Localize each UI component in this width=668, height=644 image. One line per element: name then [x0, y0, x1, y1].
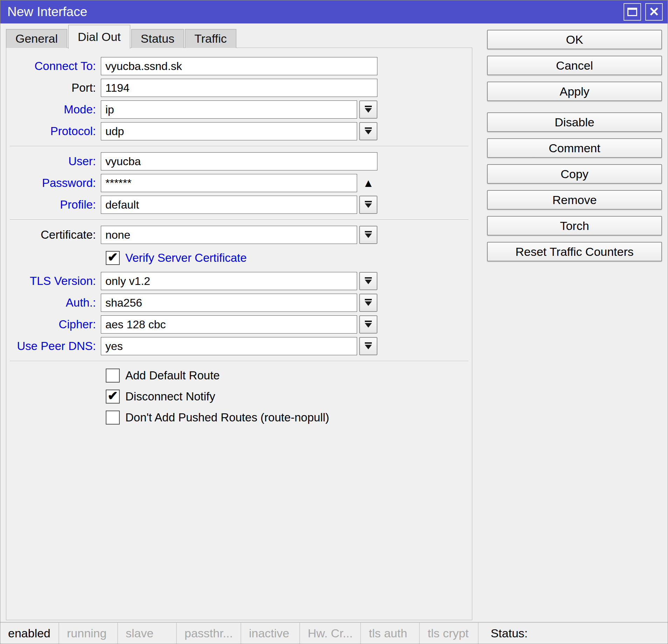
status-bar: enabled running slave passthr... inactiv… — [0, 622, 668, 644]
separator — [10, 219, 468, 220]
port-input[interactable] — [101, 79, 377, 97]
close-button[interactable]: ✕ — [645, 3, 663, 21]
checkmark-icon: ✔ — [107, 251, 118, 264]
separator — [10, 146, 468, 147]
dropdown-icon — [364, 298, 373, 308]
up-arrow-icon: ▲ — [363, 177, 374, 189]
dont-add-pushed-routes-checkbox[interactable]: ✔ — [106, 411, 120, 425]
titlebar[interactable]: New Interface ✕ — [0, 0, 668, 23]
use-peer-dns-dropdown-button[interactable] — [359, 337, 377, 355]
flag-enabled: enabled — [0, 623, 59, 644]
tab-dial-out[interactable]: Dial Out — [68, 25, 130, 49]
disconnect-notify-label: Disconnect Notify — [125, 390, 215, 403]
connect-to-row: Connect To: — [11, 57, 472, 75]
dropdown-icon — [364, 230, 373, 240]
dropdown-icon — [364, 200, 373, 210]
certificate-label: Certificate: — [11, 228, 101, 241]
verify-server-certificate-checkbox[interactable]: ✔ — [106, 251, 120, 265]
profile-input[interactable] — [101, 196, 357, 214]
flag-tls-crypt: tls crypt — [420, 623, 479, 644]
disconnect-notify-row: ✔ Disconnect Notify — [106, 390, 472, 404]
tab-general[interactable]: General — [6, 29, 67, 48]
password-collapse-button[interactable]: ▲ — [359, 174, 377, 192]
profile-label: Profile: — [11, 198, 101, 211]
auth-input[interactable] — [101, 294, 357, 312]
remove-button[interactable]: Remove — [487, 190, 662, 210]
user-row: User: — [11, 152, 472, 170]
mode-dropdown-button[interactable] — [359, 100, 377, 119]
new-interface-window: New Interface ✕ General Dial Out Status … — [0, 0, 668, 644]
verify-server-certificate-label: Verify Server Certificate — [125, 251, 247, 265]
reset-traffic-counters-button[interactable]: Reset Traffic Counters — [487, 242, 662, 261]
maximize-icon — [627, 8, 637, 16]
mode-label: Mode: — [11, 103, 101, 116]
cipher-row: Cipher: — [11, 315, 472, 334]
connect-to-label: Connect To: — [11, 59, 101, 73]
window-title: New Interface — [7, 5, 619, 19]
tls-version-row: TLS Version: — [11, 272, 472, 290]
apply-button[interactable]: Apply — [487, 82, 662, 101]
use-peer-dns-input[interactable] — [101, 337, 357, 355]
separator — [10, 361, 468, 362]
profile-dropdown-button[interactable] — [359, 196, 377, 214]
flag-tls-auth: tls auth — [361, 623, 420, 644]
dropdown-icon — [364, 320, 373, 330]
flag-hw-crypto: Hw. Cr... — [300, 623, 361, 644]
protocol-label: Protocol: — [11, 125, 101, 138]
dropdown-icon — [364, 105, 373, 115]
dial-out-panel: Connect To: Port: Mode: Protocol: — [6, 48, 472, 620]
mode-row: Mode: — [11, 100, 472, 119]
copy-button[interactable]: Copy — [487, 164, 662, 184]
comment-button[interactable]: Comment — [487, 138, 662, 158]
profile-row: Profile: — [11, 196, 472, 214]
protocol-input[interactable] — [101, 122, 357, 140]
tab-traffic[interactable]: Traffic — [185, 29, 236, 48]
auth-label: Auth.: — [11, 296, 101, 309]
add-default-route-checkbox[interactable]: ✔ — [106, 369, 120, 383]
disable-button[interactable]: Disable — [487, 112, 662, 132]
tls-version-dropdown-button[interactable] — [359, 272, 377, 290]
connect-to-input[interactable] — [101, 57, 377, 75]
dropdown-icon — [364, 126, 373, 136]
cancel-button[interactable]: Cancel — [487, 56, 662, 75]
password-input[interactable] — [101, 174, 357, 192]
checkmark-icon: ✔ — [107, 390, 118, 402]
cipher-dropdown-button[interactable] — [359, 315, 377, 334]
add-default-route-label: Add Default Route — [125, 369, 220, 382]
tls-version-input[interactable] — [101, 272, 357, 290]
maximize-button[interactable] — [624, 3, 641, 21]
close-icon: ✕ — [649, 6, 659, 18]
dropdown-icon — [364, 276, 373, 286]
auth-dropdown-button[interactable] — [359, 294, 377, 312]
dropdown-icon — [364, 341, 373, 351]
port-row: Port: — [11, 79, 472, 97]
auth-row: Auth.: — [11, 294, 472, 312]
disconnect-notify-checkbox[interactable]: ✔ — [106, 390, 120, 404]
status-label: Status: — [490, 623, 528, 644]
mode-input[interactable] — [101, 100, 357, 119]
tab-status[interactable]: Status — [131, 29, 184, 48]
user-label: User: — [11, 155, 101, 168]
add-default-route-row: ✔ Add Default Route — [106, 369, 472, 383]
password-row: Password: ▲ — [11, 174, 472, 192]
flag-passthrough: passthr... — [177, 623, 241, 644]
user-input[interactable] — [101, 152, 377, 170]
torch-button[interactable]: Torch — [487, 216, 662, 236]
cipher-input[interactable] — [101, 315, 357, 334]
flag-inactive: inactive — [241, 623, 300, 644]
certificate-input[interactable] — [101, 226, 357, 244]
password-label: Password: — [11, 176, 101, 190]
certificate-row: Certificate: — [11, 226, 472, 244]
use-peer-dns-row: Use Peer DNS: — [11, 337, 472, 355]
certificate-dropdown-button[interactable] — [359, 226, 377, 244]
cipher-label: Cipher: — [11, 318, 101, 331]
protocol-dropdown-button[interactable] — [359, 122, 377, 140]
use-peer-dns-label: Use Peer DNS: — [11, 340, 101, 353]
port-label: Port: — [11, 81, 101, 94]
dont-add-pushed-routes-row: ✔ Don't Add Pushed Routes (route-nopull) — [106, 411, 472, 425]
tab-bar: General Dial Out Status Traffic — [0, 23, 668, 48]
action-buttons: OK Cancel Apply Disable Comment Copy Rem… — [487, 30, 662, 268]
verify-server-certificate-row: ✔ Verify Server Certificate — [106, 251, 472, 265]
flag-running: running — [59, 623, 118, 644]
tls-version-label: TLS Version: — [11, 274, 101, 288]
